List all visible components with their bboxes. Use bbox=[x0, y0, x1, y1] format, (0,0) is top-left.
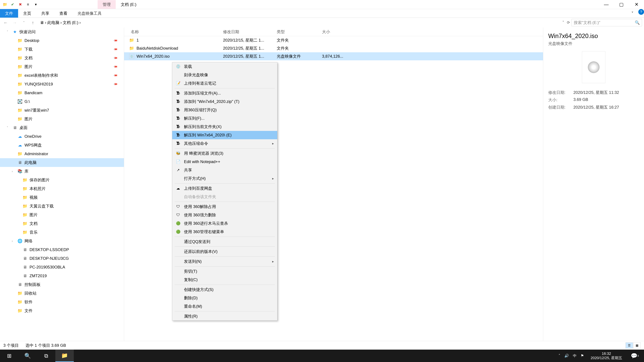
ribbon-disc-tools[interactable]: 光盘映像工具 bbox=[72, 9, 107, 17]
context-menu-item[interactable]: 打开方式(H)▸ bbox=[172, 174, 277, 183]
context-menu-item[interactable]: 发送到(N)▸ bbox=[172, 257, 277, 266]
taskbar-clock[interactable]: 16:32 2020/12/25, 星期五 bbox=[587, 352, 626, 360]
sidebar-item[interactable]: 📁YUNQISHI2019📌 bbox=[0, 80, 124, 88]
context-menu-item[interactable]: 复制(C) bbox=[172, 276, 277, 284]
context-menu-item[interactable]: 还原以前的版本(V) bbox=[172, 247, 277, 256]
sidebar-item[interactable]: ›📚库 bbox=[0, 167, 124, 176]
back-button[interactable]: ← bbox=[2, 19, 10, 26]
minimize-button[interactable]: — bbox=[599, 0, 614, 9]
task-view-button[interactable]: ⧉ bbox=[37, 350, 55, 362]
file-row[interactable]: 📁BaiduNetdiskDownload2020/12/25, 星期五 1..… bbox=[124, 44, 543, 52]
sidebar-item[interactable]: 📁软件 bbox=[0, 298, 124, 306]
ime-icon[interactable]: 中 bbox=[573, 353, 576, 358]
crumb-this-pc[interactable]: 此电脑 bbox=[47, 20, 59, 25]
context-menu-item[interactable]: 🗜解压到(F)... bbox=[172, 114, 277, 122]
col-name[interactable]: 名称 bbox=[124, 29, 223, 34]
help-icon[interactable]: ? bbox=[638, 9, 644, 15]
context-menu-item[interactable]: 📝上传到有道云笔记 bbox=[172, 79, 277, 87]
volume-icon[interactable]: 🔊 bbox=[564, 354, 569, 358]
up-button[interactable]: ↑ bbox=[29, 19, 36, 26]
sidebar-item[interactable]: 📁Desktop📌 bbox=[0, 36, 124, 45]
context-menu-item[interactable]: 属性(R) bbox=[172, 312, 277, 321]
sidebar-item[interactable]: 📁Administrator bbox=[0, 149, 124, 158]
col-type[interactable]: 类型 bbox=[277, 29, 322, 34]
col-date[interactable]: 修改日期 bbox=[223, 29, 277, 34]
sidebar-item[interactable]: 📁本机照片 bbox=[0, 184, 124, 193]
ribbon-share[interactable]: 共享 bbox=[36, 9, 54, 17]
x-icon[interactable]: ✖ bbox=[18, 2, 23, 7]
context-menu-item[interactable]: 🗜其他压缩命令▸ bbox=[172, 139, 277, 148]
sidebar-item[interactable]: 📁音乐 bbox=[0, 228, 124, 237]
sidebar-item[interactable]: 📁文件 bbox=[0, 306, 124, 315]
context-menu-item[interactable]: 删除(D) bbox=[172, 294, 277, 302]
sidebar-item[interactable]: 📁图片 bbox=[0, 211, 124, 219]
tab-manage[interactable]: 管理 bbox=[98, 0, 116, 9]
start-button[interactable]: ⊞ bbox=[0, 350, 18, 362]
view-large-icon[interactable]: ▦ bbox=[633, 343, 641, 349]
context-menu-item[interactable]: 创建快捷方式(S) bbox=[172, 285, 277, 294]
breadcrumb[interactable]: 🖥 › 此电脑 › 文档 (E:) › bbox=[38, 19, 82, 26]
sidebar-item[interactable]: 🖥PC-20190530OBLA bbox=[0, 263, 124, 272]
col-size[interactable]: 大小 bbox=[322, 29, 360, 34]
context-menu-item[interactable]: 刻录光盘映像 bbox=[172, 71, 277, 79]
file-row[interactable]: 📁12020/12/15, 星期二 1...文件夹 bbox=[124, 36, 543, 44]
ribbon-collapse-icon[interactable]: ˅ bbox=[628, 9, 636, 17]
sidebar-item[interactable]: ☁WPS网盘 bbox=[0, 141, 124, 149]
sidebar-item[interactable]: ˅★快速访问 bbox=[0, 27, 124, 36]
context-menu-item[interactable]: 🗜添加到压缩文件(A)... bbox=[172, 89, 277, 97]
sidebar-item[interactable]: 🖥DESKTOP-LSSOEDP bbox=[0, 245, 124, 254]
context-menu-item[interactable]: 🟢使用 360管理右键菜单 bbox=[172, 228, 277, 236]
refresh-icon[interactable]: ⟳ bbox=[567, 20, 570, 25]
ribbon-home[interactable]: 主页 bbox=[18, 9, 36, 17]
action-center-icon[interactable]: 💬3 bbox=[626, 350, 644, 362]
sidebar-item[interactable]: 📁图片 bbox=[0, 115, 124, 123]
sidebar-item[interactable]: 🖥ZMT2019 bbox=[0, 272, 124, 280]
sidebar-item[interactable]: 📁天翼云盘下载 bbox=[0, 202, 124, 211]
sidebar-item[interactable]: 📁文档📌 bbox=[0, 54, 124, 62]
forward-button[interactable]: → bbox=[11, 19, 18, 26]
ribbon-file[interactable]: 文件 bbox=[0, 9, 18, 17]
sidebar-item[interactable]: 📁视频 bbox=[0, 193, 124, 202]
view-details-icon[interactable]: ☰ bbox=[626, 343, 633, 349]
sidebar-item[interactable]: 📁文档 bbox=[0, 219, 124, 228]
context-menu-item[interactable]: 🟢使用 360进行木马云查杀 bbox=[172, 219, 277, 228]
search-input[interactable]: 搜索"文档 (E:)" 🔍 bbox=[572, 19, 642, 26]
context-menu-item[interactable]: 💿装载 bbox=[172, 62, 277, 71]
sidebar-item[interactable]: 📁图片📌 bbox=[0, 62, 124, 71]
sidebar-item[interactable]: 🖥控制面板 bbox=[0, 280, 124, 289]
security-icon[interactable]: ⚑ bbox=[580, 354, 584, 358]
check-icon[interactable]: ✔ bbox=[10, 2, 16, 7]
context-menu-item[interactable]: 剪切(T) bbox=[172, 267, 277, 276]
context-menu-item[interactable]: ☁上传到百度网盘 bbox=[172, 184, 277, 193]
close-button[interactable]: ✕ bbox=[629, 0, 644, 9]
sidebar-item[interactable]: 📁下载📌 bbox=[0, 45, 124, 54]
recent-dropdown-icon[interactable]: ˅ bbox=[20, 19, 28, 26]
context-menu-item[interactable]: ↗共享 bbox=[172, 166, 277, 174]
file-row[interactable]: 💿Win7x64_2020.iso2020/12/25, 星期五 1...光盘映… bbox=[124, 52, 543, 60]
crumb-drive[interactable]: 文档 (E:) bbox=[63, 20, 78, 25]
sidebar-item[interactable]: ☁OneDrive bbox=[0, 132, 124, 141]
properties-icon[interactable]: ≡ bbox=[25, 2, 31, 7]
context-menu-item[interactable]: 🛡使用 360强力删除 bbox=[172, 211, 277, 219]
context-menu-item[interactable]: 重命名(M) bbox=[172, 302, 277, 311]
sidebar-item[interactable]: 🖥DESKTOP-NJEU3CG bbox=[0, 254, 124, 263]
sidebar-item[interactable]: 📁Bandicam bbox=[0, 88, 124, 97]
sidebar-item[interactable]: 📁回收站 bbox=[0, 289, 124, 298]
ribbon-view[interactable]: 查看 bbox=[54, 9, 72, 17]
maximize-button[interactable]: ▢ bbox=[614, 0, 629, 9]
sidebar-item[interactable]: ˅🖥桌面 bbox=[0, 123, 124, 132]
sidebar-item[interactable]: 📁excel表格制作求和📌 bbox=[0, 71, 124, 80]
context-menu-item[interactable]: 🗜解压到 Win7x64_2020\ (E) bbox=[172, 131, 277, 139]
context-menu-item[interactable]: 🐝用 蜂蜜浏览器 浏览(3) bbox=[172, 149, 277, 158]
context-menu-item[interactable]: 📄Edit with Notepad++ bbox=[172, 158, 277, 166]
sidebar-item[interactable]: ›🌐网络 bbox=[0, 237, 124, 245]
sidebar-item[interactable]: 💽G:\ bbox=[0, 97, 124, 106]
folder-icon[interactable]: 📁 bbox=[2, 2, 8, 7]
dropdown-icon[interactable]: ▾ bbox=[33, 2, 38, 7]
context-menu-item[interactable]: 🗜解压到当前文件夹(X) bbox=[172, 122, 277, 131]
sidebar-item[interactable]: 🖥此电脑 bbox=[0, 158, 124, 167]
tray-up-icon[interactable]: ˄ bbox=[558, 354, 560, 358]
context-menu-item[interactable]: 🗜用360压缩打开(Q) bbox=[172, 106, 277, 114]
search-button[interactable]: 🔍 bbox=[18, 350, 37, 362]
context-menu-item[interactable]: 🛡使用 360解除占用 bbox=[172, 202, 277, 211]
